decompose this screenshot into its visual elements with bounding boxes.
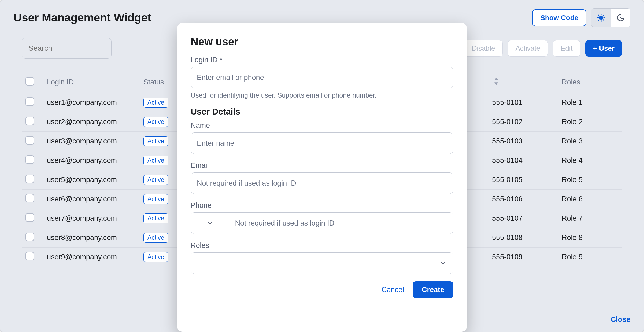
cell-role: Role 7 [558,209,622,228]
row-checkbox[interactable] [25,194,34,202]
cell-role: Role 3 [558,132,622,151]
create-button[interactable]: Create [413,281,453,298]
status-badge: Active [143,233,168,243]
name-label: Name [191,121,453,130]
login-id-help: Used for identifying the user. Supports … [191,91,453,99]
row-checkbox[interactable] [25,175,34,183]
cell-login: user5@company.com [43,170,140,190]
new-user-modal: New user Login ID * Used for identifying… [177,23,467,332]
login-id-input[interactable] [191,67,453,88]
cell-phone: 555-0102 [488,112,558,132]
select-all-checkbox[interactable] [25,77,34,86]
cell-phone: 555-0101 [488,93,558,112]
edit-button[interactable]: Edit [553,40,580,57]
cell-phone: 555-0105 [488,170,558,190]
show-code-button[interactable]: Show Code [532,9,586,26]
col-phone[interactable] [488,72,558,93]
user-details-title: User Details [191,107,453,117]
cell-login: user7@company.com [43,209,140,228]
cell-role: Role 8 [558,228,622,248]
cancel-button[interactable]: Cancel [382,286,404,294]
cell-phone: 555-0108 [488,228,558,248]
cell-role: Role 5 [558,170,622,190]
page-title: User Management Widget [14,11,151,24]
phone-label: Phone [191,201,453,210]
row-checkbox[interactable] [25,233,34,241]
sun-icon[interactable] [591,9,611,27]
disable-button[interactable]: Disable [464,40,503,57]
status-badge: Active [143,194,168,204]
cell-role: Role 2 [558,112,622,132]
cell-login: user8@company.com [43,228,140,248]
search-input[interactable] [22,38,112,59]
row-checkbox[interactable] [25,155,34,164]
col-roles[interactable]: Roles [558,72,622,93]
status-badge: Active [143,252,168,262]
status-badge: Active [143,213,168,223]
col-login-id[interactable]: Login ID [43,72,140,93]
theme-toggle[interactable] [591,8,630,27]
svg-line-5 [598,15,599,16]
row-checkbox[interactable] [25,117,34,125]
cell-role: Role 1 [558,93,622,112]
svg-point-0 [599,16,603,19]
cell-phone: 555-0106 [488,190,558,209]
row-checkbox[interactable] [25,136,34,145]
status-badge: Active [143,136,168,146]
cell-login: user3@company.com [43,132,140,151]
row-checkbox[interactable] [25,213,34,222]
phone-input[interactable] [229,213,453,234]
svg-marker-9 [494,78,498,80]
cell-login: user2@company.com [43,112,140,132]
cell-phone: 555-0107 [488,209,558,228]
status-badge: Active [143,98,168,108]
svg-line-6 [603,20,604,20]
cell-phone: 555-0109 [488,248,558,267]
roles-label: Roles [191,241,453,250]
add-user-button[interactable]: + User [585,40,622,57]
svg-line-8 [603,15,604,16]
email-label: Email [191,161,453,170]
roles-select[interactable] [191,252,453,274]
svg-marker-10 [494,82,498,85]
svg-line-7 [598,20,599,20]
status-badge: Active [143,175,168,185]
activate-button[interactable]: Activate [508,40,548,57]
status-badge: Active [143,156,168,165]
cell-role: Role 6 [558,190,622,209]
close-link[interactable]: Close [610,315,630,324]
sort-icon [494,78,499,87]
name-input[interactable] [191,132,453,154]
cell-login: user9@company.com [43,248,140,267]
cell-role: Role 4 [558,151,622,170]
cell-login: user4@company.com [43,151,140,170]
row-checkbox[interactable] [25,252,34,260]
login-id-label: Login ID * [191,56,453,64]
row-checkbox[interactable] [25,97,34,106]
moon-icon[interactable] [611,9,630,27]
phone-country-select[interactable] [191,213,229,234]
email-input[interactable] [191,172,453,194]
cell-login: user1@company.com [43,93,140,112]
cell-role: Role 9 [558,248,622,267]
cell-login: user6@company.com [43,190,140,209]
cell-phone: 555-0104 [488,151,558,170]
status-badge: Active [143,117,168,127]
cell-phone: 555-0103 [488,132,558,151]
modal-title: New user [191,36,453,48]
